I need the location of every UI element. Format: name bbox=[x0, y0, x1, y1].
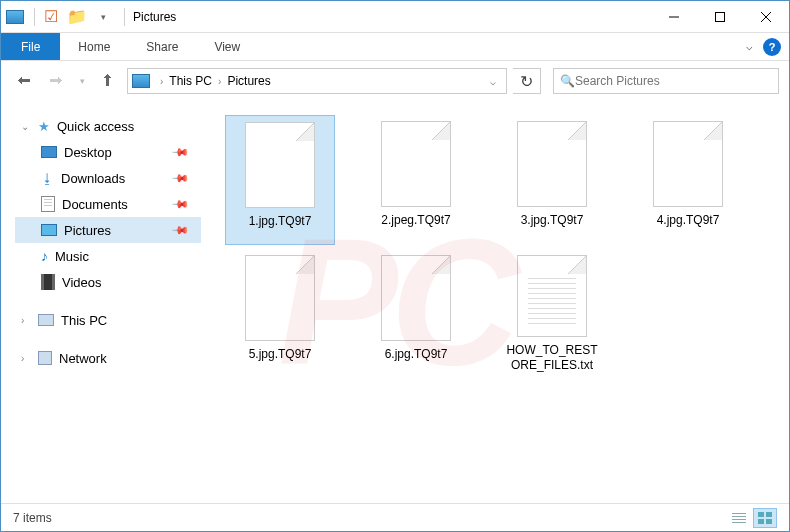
file-name: 2.jpeg.TQ9t7 bbox=[381, 213, 450, 228]
sidebar-item-label: Music bbox=[55, 249, 89, 264]
quick-access-toolbar: ☑ 📁 ▾ bbox=[1, 5, 120, 29]
breadcrumb-root[interactable]: This PC bbox=[167, 74, 214, 88]
tab-share[interactable]: Share bbox=[128, 33, 196, 60]
computer-icon bbox=[38, 314, 54, 326]
music-icon: ♪ bbox=[41, 248, 48, 264]
pin-icon: 📌 bbox=[170, 220, 189, 239]
sidebar-item-music[interactable]: ♪ Music bbox=[15, 243, 201, 269]
title-separator bbox=[124, 8, 125, 26]
window-title: Pictures bbox=[133, 10, 176, 24]
sidebar-label: This PC bbox=[61, 313, 107, 328]
file-item[interactable]: 5.jpg.TQ9t7 bbox=[225, 249, 335, 379]
file-name: 4.jpg.TQ9t7 bbox=[657, 213, 720, 228]
properties-button[interactable]: ☑ bbox=[39, 5, 63, 29]
close-button[interactable] bbox=[743, 1, 789, 33]
help-button[interactable]: ? bbox=[763, 38, 781, 56]
file-icon bbox=[245, 255, 315, 341]
sidebar-item-downloads[interactable]: ⭳ Downloads 📌 bbox=[15, 165, 201, 191]
file-item[interactable]: HOW_TO_RESTORE_FILES.txt bbox=[497, 249, 607, 379]
file-icon bbox=[381, 121, 451, 207]
file-name: 6.jpg.TQ9t7 bbox=[385, 347, 448, 362]
address-dropdown-icon[interactable]: ⌵ bbox=[484, 76, 502, 87]
title-bar: ☑ 📁 ▾ Pictures bbox=[1, 1, 789, 33]
tab-home[interactable]: Home bbox=[60, 33, 128, 60]
new-folder-button[interactable]: 📁 bbox=[65, 5, 89, 29]
chevron-down-icon[interactable]: ⌄ bbox=[21, 121, 31, 132]
location-icon bbox=[132, 74, 150, 88]
file-name: 1.jpg.TQ9t7 bbox=[249, 214, 312, 229]
body-area: ⌄ ★ Quick access Desktop 📌 ⭳ Downloads 📌… bbox=[1, 101, 789, 501]
sidebar-item-videos[interactable]: Videos bbox=[15, 269, 201, 295]
pictures-icon bbox=[41, 224, 57, 236]
ribbon-expand-icon[interactable]: ⌵ bbox=[746, 40, 753, 53]
sidebar-this-pc[interactable]: › This PC bbox=[15, 307, 201, 333]
file-name: HOW_TO_RESTORE_FILES.txt bbox=[503, 343, 601, 373]
videos-icon bbox=[41, 274, 55, 290]
file-icon bbox=[653, 121, 723, 207]
network-icon bbox=[38, 351, 52, 365]
file-list[interactable]: 1.jpg.TQ9t72.jpeg.TQ9t73.jpg.TQ9t74.jpg.… bbox=[201, 101, 789, 501]
file-name: 5.jpg.TQ9t7 bbox=[249, 347, 312, 362]
file-icon bbox=[245, 122, 315, 208]
qat-dropdown[interactable]: ▾ bbox=[91, 5, 115, 29]
file-item[interactable]: 2.jpeg.TQ9t7 bbox=[361, 115, 471, 245]
sidebar-label: Quick access bbox=[57, 119, 134, 134]
navigation-pane: ⌄ ★ Quick access Desktop 📌 ⭳ Downloads 📌… bbox=[1, 101, 201, 501]
navigation-bar: 🠨 🠪 ▾ 🠩 › This PC › Pictures ⌵ ↻ 🔍 bbox=[1, 61, 789, 101]
history-dropdown[interactable]: ▾ bbox=[75, 76, 89, 86]
forward-button[interactable]: 🠪 bbox=[43, 68, 69, 94]
file-item[interactable]: 3.jpg.TQ9t7 bbox=[497, 115, 607, 245]
large-icons-view-button[interactable] bbox=[753, 508, 777, 528]
qat-separator bbox=[34, 8, 35, 26]
file-tab[interactable]: File bbox=[1, 33, 60, 60]
address-bar[interactable]: › This PC › Pictures ⌵ bbox=[127, 68, 507, 94]
details-view-button[interactable] bbox=[727, 508, 751, 528]
sidebar-item-label: Pictures bbox=[64, 223, 111, 238]
search-box[interactable]: 🔍 bbox=[553, 68, 779, 94]
chevron-right-icon[interactable]: › bbox=[21, 353, 31, 364]
crumb-separator-icon[interactable]: › bbox=[214, 76, 225, 87]
sidebar-label: Network bbox=[59, 351, 107, 366]
sidebar-item-label: Downloads bbox=[61, 171, 125, 186]
sidebar-quick-access[interactable]: ⌄ ★ Quick access bbox=[15, 113, 201, 139]
downloads-icon: ⭳ bbox=[41, 171, 54, 186]
sidebar-item-label: Videos bbox=[62, 275, 102, 290]
pin-icon: 📌 bbox=[170, 142, 189, 161]
app-icon[interactable] bbox=[6, 5, 30, 29]
tab-view[interactable]: View bbox=[196, 33, 258, 60]
chevron-right-icon[interactable]: › bbox=[21, 315, 31, 326]
ribbon-tabs: File Home Share View ⌵ ? bbox=[1, 33, 789, 61]
desktop-icon bbox=[41, 146, 57, 158]
file-icon bbox=[381, 255, 451, 341]
refresh-button[interactable]: ↻ bbox=[513, 68, 541, 94]
breadcrumb-current[interactable]: Pictures bbox=[225, 74, 272, 88]
sidebar-item-documents[interactable]: Documents 📌 bbox=[15, 191, 201, 217]
sidebar-network[interactable]: › Network bbox=[15, 345, 201, 371]
svg-rect-1 bbox=[716, 12, 725, 21]
file-item[interactable]: 6.jpg.TQ9t7 bbox=[361, 249, 471, 379]
sidebar-item-label: Documents bbox=[62, 197, 128, 212]
search-input[interactable] bbox=[575, 74, 772, 88]
item-count: 7 items bbox=[13, 511, 52, 525]
view-toggles bbox=[727, 508, 777, 528]
crumb-separator-icon[interactable]: › bbox=[156, 76, 167, 87]
star-icon: ★ bbox=[38, 119, 50, 134]
window-controls bbox=[651, 1, 789, 33]
file-item[interactable]: 4.jpg.TQ9t7 bbox=[633, 115, 743, 245]
documents-icon bbox=[41, 196, 55, 212]
minimize-button[interactable] bbox=[651, 1, 697, 33]
sidebar-item-desktop[interactable]: Desktop 📌 bbox=[15, 139, 201, 165]
search-icon: 🔍 bbox=[560, 74, 575, 88]
status-bar: 7 items bbox=[1, 503, 789, 531]
maximize-button[interactable] bbox=[697, 1, 743, 33]
back-button[interactable]: 🠨 bbox=[11, 68, 37, 94]
text-file-icon bbox=[517, 255, 587, 337]
pin-icon: 📌 bbox=[170, 168, 189, 187]
file-name: 3.jpg.TQ9t7 bbox=[521, 213, 584, 228]
file-icon bbox=[517, 121, 587, 207]
sidebar-item-pictures[interactable]: Pictures 📌 bbox=[15, 217, 201, 243]
up-button[interactable]: 🠩 bbox=[95, 68, 121, 94]
file-item[interactable]: 1.jpg.TQ9t7 bbox=[225, 115, 335, 245]
sidebar-item-label: Desktop bbox=[64, 145, 112, 160]
pin-icon: 📌 bbox=[170, 194, 189, 213]
